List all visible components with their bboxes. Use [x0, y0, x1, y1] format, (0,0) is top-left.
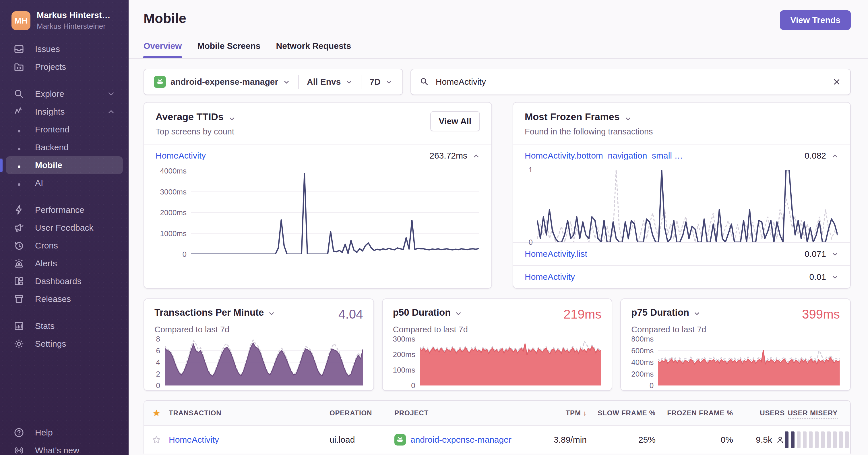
- releases-icon: [12, 293, 25, 305]
- help-icon: [12, 427, 25, 438]
- page-title: Mobile: [144, 10, 851, 26]
- sidebar-item-stats[interactable]: Stats: [6, 317, 123, 335]
- sidebar-item-issues[interactable]: Issues: [6, 40, 123, 58]
- operation-cell: ui.load: [330, 435, 394, 445]
- sidebar-item-frontend[interactable]: Frontend: [6, 121, 123, 138]
- search-input[interactable]: [436, 77, 826, 87]
- frozen-row-3[interactable]: HomeActivity 0.01: [513, 266, 850, 288]
- frozen-card-subtitle: Found in the following transactions: [525, 127, 653, 137]
- table-row[interactable]: HomeActivity ui.load android-expense-man…: [144, 426, 850, 454]
- chevron-down-icon[interactable]: [228, 114, 236, 121]
- sidebar-item-help[interactable]: Help: [6, 424, 123, 442]
- date-range-filter[interactable]: 7D: [361, 75, 400, 89]
- clear-search-icon[interactable]: [832, 77, 842, 87]
- chevron-down-icon[interactable]: [624, 114, 632, 121]
- frozen-value: 0.071: [805, 249, 826, 259]
- p50-card-subtitle: Compared to last 7d: [393, 325, 601, 334]
- chevron-up-icon[interactable]: [472, 152, 480, 160]
- p75-chart[interactable]: 800ms600ms400ms200ms0: [628, 339, 840, 386]
- sidebar-item-projects[interactable]: Projects: [6, 58, 123, 76]
- avatar[interactable]: MH: [11, 11, 30, 30]
- sidebar-item-releases[interactable]: Releases: [6, 290, 123, 308]
- sort-desc-icon: ↓: [583, 409, 587, 417]
- users-cell: 9.5k: [733, 435, 785, 445]
- org-switcher[interactable]: MH Markus Hinterst… Markus Hintersteiner: [0, 0, 129, 31]
- transaction-link[interactable]: HomeActivity: [169, 435, 219, 444]
- stats-icon: [12, 320, 25, 332]
- crons-icon: [12, 240, 25, 251]
- bullet-icon: [12, 178, 25, 188]
- ttid-value: 263.72ms: [429, 151, 467, 161]
- search-bar[interactable]: [410, 69, 851, 95]
- org-name: Markus Hinterst…: [37, 10, 111, 20]
- tpm-card-subtitle: Compared to last 7d: [154, 325, 363, 334]
- sidebar-item-ai[interactable]: AI: [6, 174, 123, 192]
- most-frozen-frames-card: Most Frozen Frames Found in the followin…: [513, 102, 851, 289]
- sidebar-item-backend[interactable]: Backend: [6, 138, 123, 156]
- alerts-icon: [12, 258, 25, 269]
- sidebar-item-dashboards[interactable]: Dashboards: [6, 272, 123, 290]
- ttid-chart[interactable]: 4000ms3000ms2000ms1000ms0: [156, 171, 479, 254]
- ttid-y-axis: 4000ms3000ms2000ms1000ms0: [156, 171, 191, 254]
- favorite-toggle[interactable]: [144, 435, 169, 444]
- frozen-row-1[interactable]: HomeActivity.bottom_navigation_small … 0…: [513, 144, 850, 167]
- project-cell[interactable]: android-expense-manager: [394, 434, 544, 446]
- sidebar-item-crons[interactable]: Crons: [6, 237, 123, 255]
- sidebar-footer: HelpWhat's new: [6, 424, 123, 455]
- view-trends-button[interactable]: View Trends: [780, 10, 851, 30]
- sidebar-item-performance[interactable]: Performance: [6, 201, 123, 219]
- sidebar-item-alerts[interactable]: Alerts: [6, 255, 123, 272]
- sidebar-item-what-s-new[interactable]: What's new: [6, 442, 123, 455]
- favorite-column-header[interactable]: [144, 408, 169, 418]
- project-link[interactable]: android-expense-manager: [410, 435, 512, 445]
- page-filters: android-expense-manager All Envs 7D: [144, 69, 403, 95]
- tab-bar: Overview Mobile Screens Network Requests: [144, 41, 851, 58]
- tab-network-requests[interactable]: Network Requests: [276, 41, 351, 58]
- project-filter[interactable]: android-expense-manager: [146, 75, 298, 89]
- column-operation[interactable]: OPERATION: [330, 409, 394, 417]
- frozen-value: 0.01: [809, 272, 826, 282]
- chevron-down-icon[interactable]: [693, 309, 701, 316]
- column-user-misery[interactable]: USER MISERY: [785, 409, 850, 417]
- tab-mobile-screens[interactable]: Mobile Screens: [197, 41, 260, 58]
- frozen-row-2[interactable]: HomeActivity.list 0.071: [513, 243, 850, 265]
- bullet-icon: [12, 142, 25, 152]
- bullet-icon: [12, 160, 25, 170]
- sidebar-item-insights[interactable]: Insights: [6, 103, 123, 121]
- bullet-icon: [12, 125, 25, 135]
- column-users[interactable]: USERS: [733, 409, 785, 417]
- transaction-link[interactable]: HomeActivity.list: [525, 249, 587, 259]
- chevron-up-icon[interactable]: [831, 152, 839, 160]
- chevron-down-icon[interactable]: [455, 309, 462, 316]
- chevron-down-icon[interactable]: [268, 309, 275, 316]
- user-name: Markus Hintersteiner: [37, 22, 111, 31]
- settings-icon: [12, 338, 25, 349]
- sidebar-scroll-indicator[interactable]: [0, 159, 3, 172]
- chevron-down-icon[interactable]: [831, 273, 839, 281]
- column-transaction[interactable]: TRANSACTION: [169, 409, 330, 417]
- sidebar-item-user-feedback[interactable]: User Feedback: [6, 219, 123, 237]
- ttid-transaction-row[interactable]: HomeActivity 263.72ms: [144, 144, 491, 167]
- p50-duration-card: p50 Duration 219ms Compared to last 7d 3…: [382, 298, 613, 391]
- tab-overview[interactable]: Overview: [144, 41, 182, 58]
- column-slow-frame[interactable]: SLOW FRAME %: [587, 409, 656, 417]
- column-tpm[interactable]: TPM ↓: [544, 409, 587, 417]
- p50-y-axis: 300ms200ms100ms0: [390, 339, 420, 386]
- p50-chart[interactable]: 300ms200ms100ms0: [390, 339, 601, 386]
- transaction-link[interactable]: HomeActivity.bottom_navigation_small …: [525, 151, 683, 161]
- sidebar-item-settings[interactable]: Settings: [6, 335, 123, 353]
- transaction-link[interactable]: HomeActivity: [525, 272, 575, 282]
- sidebar-item-mobile[interactable]: Mobile: [6, 156, 123, 174]
- sidebar-item-explore[interactable]: Explore: [6, 85, 123, 103]
- main-content: Mobile View Trends Overview Mobile Scree…: [129, 0, 868, 455]
- p75-y-axis: 800ms600ms400ms200ms0: [628, 339, 658, 386]
- column-frozen-frame[interactable]: FROZEN FRAME %: [656, 409, 733, 417]
- view-all-button[interactable]: View All: [430, 111, 480, 131]
- frozen-frames-chart[interactable]: 10: [525, 170, 838, 242]
- transaction-link[interactable]: HomeActivity: [156, 151, 206, 161]
- environment-filter[interactable]: All Envs: [298, 75, 361, 89]
- column-project[interactable]: PROJECT: [394, 409, 544, 417]
- chevron-down-icon[interactable]: [831, 250, 839, 258]
- tpm-chart[interactable]: 86420: [151, 339, 363, 386]
- sidebar-group-top: IssuesProjects: [6, 40, 123, 76]
